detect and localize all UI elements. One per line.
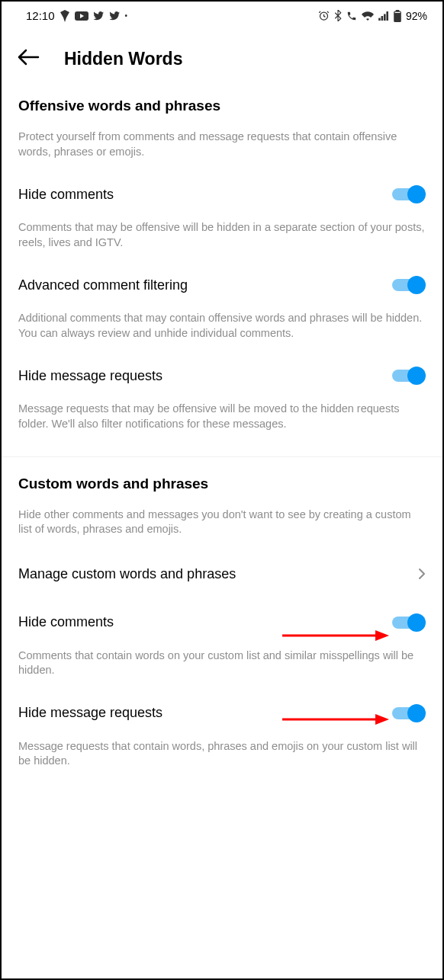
section2-desc: Hide other comments and messages you don… xyxy=(18,498,426,548)
svg-rect-8 xyxy=(394,11,400,12)
bluetooth-icon xyxy=(334,10,342,21)
svg-rect-5 xyxy=(386,11,388,21)
back-arrow-icon[interactable] xyxy=(17,48,40,70)
manage-custom-label: Manage custom words and phrases xyxy=(18,566,236,582)
twitter-icon-1 xyxy=(93,11,105,21)
hide-msg-requests-row: Hide message requests xyxy=(18,351,426,392)
wifi-icon xyxy=(362,11,374,21)
hide-comments-row: Hide comments xyxy=(18,170,426,211)
phone-icon xyxy=(346,11,357,21)
custom-hide-comments-desc: Comments that contain words on your cust… xyxy=(18,639,426,689)
status-left: 12:10 • xyxy=(26,9,127,22)
signal-icon xyxy=(378,11,389,21)
battery-icon xyxy=(394,10,401,22)
hide-comments-desc: Comments that may be offensive will be h… xyxy=(18,211,426,261)
custom-hide-comments-row: Hide comments xyxy=(18,598,426,639)
hide-comments-label: Hide comments xyxy=(18,187,114,203)
section2-title: Custom words and phrases xyxy=(18,457,426,498)
advanced-filter-desc: Additional comments that may contain off… xyxy=(18,302,426,351)
section-custom: Custom words and phrases Hide other comm… xyxy=(2,457,442,780)
advanced-filter-row: Advanced comment filtering xyxy=(18,261,426,302)
status-time: 12:10 xyxy=(26,9,55,22)
alarm-icon xyxy=(318,10,330,21)
dot-icon: • xyxy=(125,11,128,20)
hide-comments-toggle[interactable] xyxy=(392,185,426,203)
hide-msg-requests-desc: Message requests that may be offensive w… xyxy=(18,392,426,442)
section-offensive: Offensive words and phrases Protect your… xyxy=(2,87,442,443)
header: Hidden Words xyxy=(2,27,442,87)
page-title: Hidden Words xyxy=(64,49,182,69)
manage-custom-row[interactable]: Manage custom words and phrases xyxy=(18,548,426,598)
custom-hide-comments-toggle[interactable] xyxy=(392,613,426,632)
custom-hide-msg-toggle[interactable] xyxy=(392,704,426,722)
section1-desc: Protect yourself from comments and messa… xyxy=(18,120,426,170)
battery-text: 92% xyxy=(406,10,427,22)
custom-hide-msg-label: Hide message requests xyxy=(18,705,162,721)
app-icon-1 xyxy=(60,10,70,22)
advanced-filter-label: Advanced comment filtering xyxy=(18,277,188,293)
advanced-filter-toggle[interactable] xyxy=(392,276,426,294)
custom-hide-comments-label: Hide comments xyxy=(18,614,114,630)
status-bar: 12:10 • 92% xyxy=(2,2,442,27)
chevron-right-icon xyxy=(418,565,426,584)
hide-msg-requests-toggle[interactable] xyxy=(392,367,426,385)
section1-title: Offensive words and phrases xyxy=(18,87,426,120)
youtube-icon xyxy=(75,11,88,21)
status-right: 92% xyxy=(318,10,427,22)
hide-msg-requests-label: Hide message requests xyxy=(18,368,162,384)
svg-rect-3 xyxy=(381,16,384,21)
svg-rect-2 xyxy=(378,18,381,20)
svg-rect-7 xyxy=(396,10,400,11)
custom-hide-msg-desc: Message requests that contain words, phr… xyxy=(18,730,426,780)
svg-rect-4 xyxy=(384,14,386,21)
twitter-icon-2 xyxy=(109,11,121,21)
custom-hide-msg-row: Hide message requests xyxy=(18,689,426,730)
